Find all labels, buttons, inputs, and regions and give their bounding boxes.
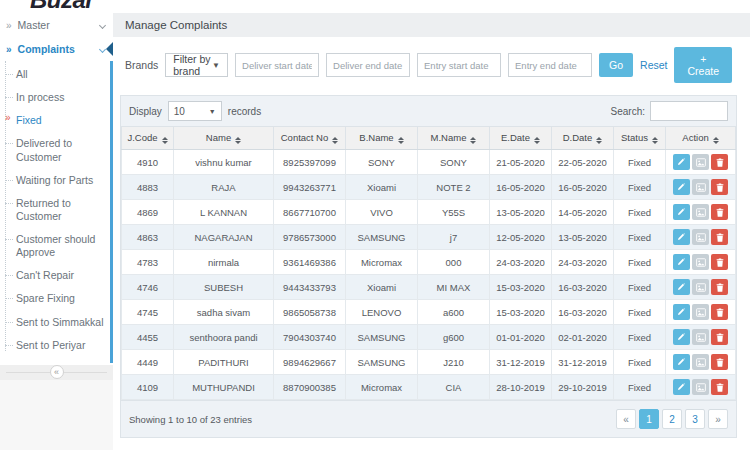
column-header-name[interactable]: Name xyxy=(174,127,274,150)
table-cell: SAMSUNG xyxy=(346,325,418,350)
table-cell: Fixed xyxy=(614,225,666,250)
image-button[interactable] xyxy=(692,229,709,245)
pagination-prev[interactable]: « xyxy=(616,409,636,429)
image-button[interactable] xyxy=(692,279,709,295)
column-label: Action xyxy=(682,132,708,143)
column-header-status[interactable]: Status xyxy=(614,127,666,150)
edit-button[interactable] xyxy=(673,354,690,370)
edit-button[interactable] xyxy=(673,179,690,195)
sort-icon xyxy=(534,137,540,144)
sidebar-item-complaints[interactable]: » Complaints xyxy=(0,37,113,61)
sidebar-item-fixed[interactable]: Fixed xyxy=(16,109,106,132)
image-icon xyxy=(696,280,706,295)
sidebar-item-sent-to-periyar[interactable]: Sent to Periyar xyxy=(16,334,106,357)
sort-icon xyxy=(235,137,241,144)
table-cell: 9865058738 xyxy=(274,300,346,325)
column-header-contact-no[interactable]: Contact No xyxy=(274,127,346,150)
image-button[interactable] xyxy=(692,254,709,270)
pagination-next[interactable]: » xyxy=(708,409,728,429)
table-cell: a600 xyxy=(418,300,490,325)
sidebar-item-returned-to-customer[interactable]: Returned to Customer xyxy=(16,192,106,228)
edit-button[interactable] xyxy=(673,204,690,220)
reset-link[interactable]: Reset xyxy=(640,59,667,71)
image-icon xyxy=(696,330,706,345)
trash-button[interactable] xyxy=(711,204,728,220)
sidebar-item-sent-to-simmakkal[interactable]: Sent to Simmakkal xyxy=(16,311,106,334)
image-button[interactable] xyxy=(692,154,709,170)
showing-entries-text: Showing 1 to 10 of 23 entries xyxy=(129,414,252,425)
trash-button[interactable] xyxy=(711,329,728,345)
column-header-action[interactable]: Action xyxy=(666,127,736,150)
table-cell: 16-03-2020 xyxy=(552,275,614,300)
create-button[interactable]: + Create xyxy=(674,47,732,83)
pagination: «123» xyxy=(616,409,728,429)
edit-button[interactable] xyxy=(673,229,690,245)
table-cell: Xioami xyxy=(346,175,418,200)
sidebar-item-spare-fixing[interactable]: Spare Fixing xyxy=(16,287,106,310)
image-button[interactable] xyxy=(692,179,709,195)
pagination-page-2[interactable]: 2 xyxy=(662,409,682,429)
column-header-m-name[interactable]: M.Name xyxy=(418,127,490,150)
table-cell: Fixed xyxy=(614,250,666,275)
table-cell: SUBESH xyxy=(174,275,274,300)
table-cell: Micromax xyxy=(346,250,418,275)
table-cell: 14-05-2020 xyxy=(552,200,614,225)
image-button[interactable] xyxy=(692,329,709,345)
search-input[interactable] xyxy=(650,101,728,121)
edit-button[interactable] xyxy=(673,329,690,345)
table-cell: MI MAX xyxy=(418,275,490,300)
trash-button[interactable] xyxy=(711,229,728,245)
sidebar-item-master[interactable]: » Master xyxy=(0,13,113,37)
sidebar-item-waiting-for-parts[interactable]: Waiting for Parts xyxy=(16,169,106,192)
edit-button[interactable] xyxy=(673,279,690,295)
complaints-submenu: AllIn processFixedDelivered to CustomerW… xyxy=(0,61,113,363)
image-button[interactable] xyxy=(692,379,709,395)
sidebar-item-can-t-repair[interactable]: Can't Repair xyxy=(16,264,106,287)
deliver-start-date-input[interactable] xyxy=(235,53,319,77)
table-row: 4883RAJA9943263771XioamiNOTE 216-05-2020… xyxy=(122,175,736,200)
trash-button[interactable] xyxy=(711,179,728,195)
entry-end-date-input[interactable] xyxy=(508,53,592,77)
table-cell: Fixed xyxy=(614,175,666,200)
action-cell xyxy=(666,200,736,225)
brand-filter-select[interactable]: Filter by brand ▼ xyxy=(165,53,228,77)
trash-button[interactable] xyxy=(711,379,728,395)
image-button[interactable] xyxy=(692,204,709,220)
table-cell: 02-01-2020 xyxy=(552,325,614,350)
table-cell: LENOVO xyxy=(346,300,418,325)
sidebar-item-all[interactable]: All xyxy=(16,63,106,86)
edit-button[interactable] xyxy=(673,254,690,270)
records-per-page-select[interactable]: 10 ▼ xyxy=(168,101,222,121)
deliver-end-date-input[interactable] xyxy=(326,53,410,77)
column-header-e-date[interactable]: E.Date xyxy=(490,127,552,150)
app-root: Buzar » Master » Complaints AllIn proces… xyxy=(0,0,750,450)
pagination-page-3[interactable]: 3 xyxy=(685,409,705,429)
edit-button[interactable] xyxy=(673,304,690,320)
column-header-j-code[interactable]: J.Code xyxy=(122,127,174,150)
edit-icon xyxy=(677,280,686,295)
column-header-b-name[interactable]: B.Name xyxy=(346,127,418,150)
table-cell: VIVO xyxy=(346,200,418,225)
trash-button[interactable] xyxy=(711,304,728,320)
table-cell: 15-03-2020 xyxy=(490,300,552,325)
table-cell: 4863 xyxy=(122,225,174,250)
image-button[interactable] xyxy=(692,354,709,370)
image-button[interactable] xyxy=(692,304,709,320)
trash-button[interactable] xyxy=(711,154,728,170)
trash-button[interactable] xyxy=(711,354,728,370)
table-cell: 8667710700 xyxy=(274,200,346,225)
table-cell: NOTE 2 xyxy=(418,175,490,200)
sidebar-item-delivered-to-customer[interactable]: Delivered to Customer xyxy=(16,132,106,168)
go-button[interactable]: Go xyxy=(599,53,633,77)
entry-start-date-input[interactable] xyxy=(417,53,501,77)
column-header-d-date[interactable]: D.Date xyxy=(552,127,614,150)
pagination-page-1[interactable]: 1 xyxy=(639,409,659,429)
collapse-sidebar-icon[interactable]: « xyxy=(50,365,64,379)
trash-button[interactable] xyxy=(711,279,728,295)
edit-button[interactable] xyxy=(673,154,690,170)
edit-button[interactable] xyxy=(673,379,690,395)
trash-icon xyxy=(716,330,724,345)
trash-button[interactable] xyxy=(711,254,728,270)
sidebar-item-in-process[interactable]: In process xyxy=(16,86,106,109)
sidebar-item-customer-should-approve[interactable]: Customer should Approve xyxy=(16,228,106,264)
